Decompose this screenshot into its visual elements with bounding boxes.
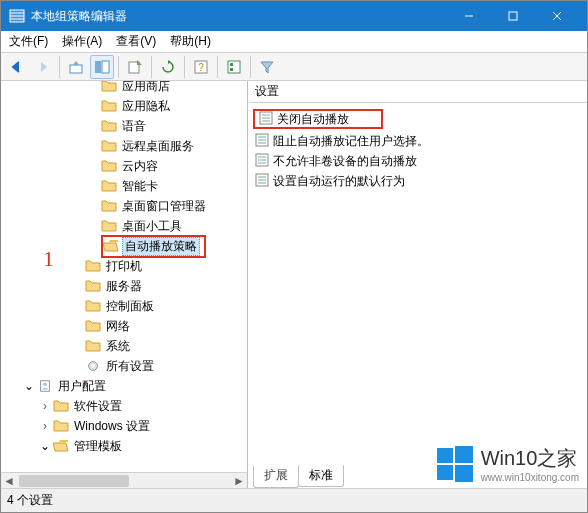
setting-item[interactable]: 不允许非卷设备的自动播放 [251, 151, 585, 171]
export-button[interactable] [123, 55, 147, 79]
close-button[interactable] [535, 1, 579, 31]
tree-item-label: 系统 [104, 338, 132, 355]
windows-logo-icon [435, 444, 475, 484]
horizontal-scrollbar[interactable]: ◄ ► [1, 472, 247, 488]
menu-action[interactable]: 操作(A) [58, 31, 106, 52]
tree-pane: 应用商店应用隐私语音远程桌面服务云内容智能卡桌面窗口管理器桌面小工具自动播放策略… [1, 81, 248, 488]
tree-item[interactable]: 打印机 [5, 256, 247, 276]
scroll-right-icon[interactable]: ► [231, 474, 247, 488]
svg-rect-40 [455, 465, 473, 482]
gear-icon [85, 359, 101, 373]
tree-item-label: 管理模板 [72, 438, 124, 455]
tree-item[interactable]: ⌄管理模板 [5, 436, 247, 456]
svg-rect-38 [455, 446, 473, 463]
setting-item[interactable]: 设置自动运行的默认行为 [251, 171, 585, 191]
svg-rect-8 [70, 65, 82, 73]
tree-item-label: 云内容 [120, 158, 160, 175]
watermark-title: Win10之家 [481, 445, 579, 472]
tree-item[interactable]: 网络 [5, 316, 247, 336]
tree-item[interactable]: 远程桌面服务 [5, 136, 247, 156]
setting-item[interactable]: 阻止自动播放记住用户选择。 [251, 131, 585, 151]
setting-item[interactable]: 关闭自动播放 [253, 109, 383, 129]
svg-rect-14 [228, 61, 240, 73]
folder-icon [101, 199, 117, 213]
expander-open-icon[interactable]: ⌄ [37, 439, 53, 453]
tree-item-label: 智能卡 [120, 178, 160, 195]
tree-item[interactable]: 应用商店 [5, 81, 247, 96]
svg-point-18 [91, 364, 95, 368]
up-button[interactable] [64, 55, 88, 79]
folder-icon [85, 319, 101, 333]
svg-rect-16 [230, 68, 233, 71]
folder-icon [101, 219, 117, 233]
svg-rect-5 [509, 12, 517, 20]
tree-item-label: 语音 [120, 118, 148, 135]
expander-open-icon[interactable]: ⌄ [21, 379, 37, 393]
show-hide-tree-button[interactable] [90, 55, 114, 79]
tree-item-label: 用户配置 [56, 378, 108, 395]
separator [184, 56, 185, 78]
tree-item-label: 网络 [104, 318, 132, 335]
setting-label: 阻止自动播放记住用户选择。 [273, 133, 429, 150]
tree-item[interactable]: 自动播放策略 [5, 236, 247, 256]
tree-item-label: 远程桌面服务 [120, 138, 196, 155]
details-pane: 设置 关闭自动播放阻止自动播放记住用户选择。不允许非卷设备的自动播放设置自动运行… [248, 81, 587, 488]
folder-icon [101, 119, 117, 133]
tree-item-label: 自动播放策略 [122, 237, 200, 256]
tree-item[interactable]: 智能卡 [5, 176, 247, 196]
folder-icon [101, 139, 117, 153]
tree-item[interactable]: 语音 [5, 116, 247, 136]
tree-item[interactable]: 应用隐私 [5, 96, 247, 116]
svg-rect-15 [230, 63, 233, 66]
forward-button[interactable] [31, 55, 55, 79]
setting-label: 设置自动运行的默认行为 [273, 173, 405, 190]
expander-closed-icon[interactable]: › [37, 399, 53, 413]
tab-standard[interactable]: 标准 [298, 465, 344, 487]
filter-button[interactable] [255, 55, 279, 79]
tab-extended[interactable]: 扩展 [253, 466, 299, 488]
tree-item-label: 桌面窗口管理器 [120, 198, 208, 215]
svg-rect-9 [95, 61, 101, 73]
back-button[interactable] [5, 55, 29, 79]
tree-item[interactable]: 桌面小工具 [5, 216, 247, 236]
properties-button[interactable] [222, 55, 246, 79]
folder-icon [53, 399, 69, 413]
content-area: 应用商店应用隐私语音远程桌面服务云内容智能卡桌面窗口管理器桌面小工具自动播放策略… [1, 81, 587, 488]
status-text: 4 个设置 [7, 493, 53, 507]
column-header-settings[interactable]: 设置 [249, 81, 587, 103]
maximize-button[interactable] [491, 1, 535, 31]
separator [59, 56, 60, 78]
tree-item[interactable]: 服务器 [5, 276, 247, 296]
separator [217, 56, 218, 78]
separator [151, 56, 152, 78]
refresh-button[interactable] [156, 55, 180, 79]
tree-item[interactable]: 控制面板 [5, 296, 247, 316]
folder-icon [101, 99, 117, 113]
menubar: 文件(F) 操作(A) 查看(V) 帮助(H) [1, 31, 587, 53]
tree-item[interactable]: ›软件设置 [5, 396, 247, 416]
user-icon [37, 379, 53, 393]
menu-file[interactable]: 文件(F) [5, 31, 52, 52]
minimize-button[interactable] [447, 1, 491, 31]
folder-icon [101, 159, 117, 173]
folder-open-icon [53, 439, 69, 453]
tree-view[interactable]: 应用商店应用隐私语音远程桌面服务云内容智能卡桌面窗口管理器桌面小工具自动播放策略… [1, 81, 247, 472]
scroll-left-icon[interactable]: ◄ [1, 474, 17, 488]
scroll-thumb[interactable] [19, 475, 129, 487]
settings-list: 关闭自动播放阻止自动播放记住用户选择。不允许非卷设备的自动播放设置自动运行的默认… [249, 103, 587, 466]
tree-item[interactable]: 所有设置 [5, 356, 247, 376]
tree-item[interactable]: ⌄用户配置 [5, 376, 247, 396]
tree-item[interactable]: 系统 [5, 336, 247, 356]
app-icon [9, 8, 25, 24]
tree-item[interactable]: 云内容 [5, 156, 247, 176]
separator [118, 56, 119, 78]
help-button[interactable]: ? [189, 55, 213, 79]
annotation-1: 1 [43, 246, 54, 272]
menu-view[interactable]: 查看(V) [112, 31, 160, 52]
tree-item[interactable]: 桌面窗口管理器 [5, 196, 247, 216]
tree-item-label: 桌面小工具 [120, 218, 184, 235]
tree-item[interactable]: ›Windows 设置 [5, 416, 247, 436]
expander-closed-icon[interactable]: › [37, 419, 53, 433]
menu-help[interactable]: 帮助(H) [166, 31, 215, 52]
titlebar: 本地组策略编辑器 [1, 1, 587, 31]
